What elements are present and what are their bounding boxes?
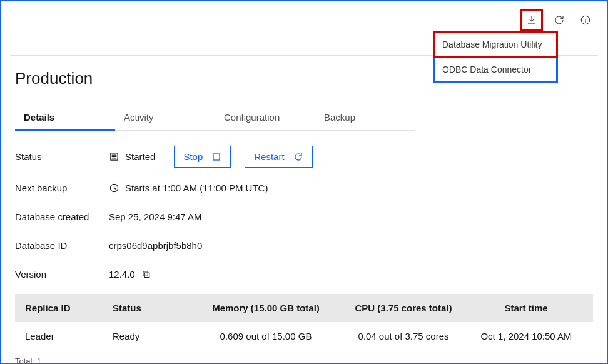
stop-button[interactable]: Stop (174, 146, 231, 168)
topbar (520, 9, 595, 31)
download-button[interactable] (520, 9, 543, 31)
th-status: Status (113, 303, 194, 313)
td-status: Ready (113, 331, 194, 341)
svg-rect-5 (213, 154, 220, 160)
db-id-value: crps06d9apbrjbf5b8h0 (109, 240, 202, 251)
db-id-label: Database ID (15, 240, 109, 251)
download-dropdown: Database Migration Utility ODBC Data Con… (433, 31, 558, 83)
restart-icon (293, 152, 303, 162)
tab-activity[interactable]: Activity (115, 106, 215, 130)
details-section: Status Started Stop Restart (15, 146, 593, 283)
svg-rect-7 (143, 271, 148, 276)
stop-icon (211, 152, 221, 162)
clock-icon (109, 183, 119, 193)
svg-rect-8 (144, 273, 149, 278)
version-value: 12.4.0 (109, 269, 135, 280)
info-button[interactable] (575, 10, 595, 30)
table-total: Total: 1 (15, 356, 593, 364)
version-label: Version (15, 269, 109, 280)
th-replica-id: Replica ID (25, 303, 113, 313)
db-created-value: Sep 25, 2024 9:47 AM (109, 211, 201, 222)
restart-button-label: Restart (254, 151, 284, 162)
restart-button[interactable]: Restart (245, 146, 312, 168)
row-status: Status Started Stop Restart (15, 146, 593, 168)
next-backup-label: Next backup (15, 183, 109, 193)
content-area: Production Details Activity Configuratio… (15, 69, 593, 354)
row-db-id: Database ID crps06d9apbrjbf5b8h0 (15, 236, 593, 254)
download-icon (526, 14, 537, 26)
row-version: Version 12.4.0 (15, 265, 593, 283)
td-memory: 0.609 out of 15.00 GB (194, 331, 338, 341)
tab-configuration[interactable]: Configuration (215, 106, 315, 130)
app-frame: Database Migration Utility ODBC Data Con… (0, 0, 608, 364)
refresh-icon (554, 14, 565, 26)
replica-table: Replica ID Status Memory (15.00 GB total… (15, 294, 593, 350)
th-start-time: Start time (469, 303, 583, 313)
info-icon (580, 14, 591, 26)
copy-icon[interactable] (141, 269, 151, 279)
status-label: Status (15, 151, 109, 162)
tab-bar: Details Activity Configuration Backup (15, 106, 415, 131)
status-icon (109, 152, 119, 162)
status-value: Started (125, 151, 155, 162)
next-backup-value: Starts at 1:00 AM (11:00 PM UTC) (125, 183, 268, 193)
dropdown-item-odbc-connector[interactable]: ODBC Data Connector (433, 58, 558, 83)
dropdown-item-db-migration[interactable]: Database Migration Utility (433, 31, 558, 58)
tab-backup[interactable]: Backup (315, 106, 415, 130)
td-replica-id: Leader (25, 331, 113, 341)
db-created-label: Database created (15, 211, 109, 222)
table-header: Replica ID Status Memory (15.00 GB total… (15, 294, 593, 322)
th-memory: Memory (15.00 GB total) (194, 303, 338, 313)
th-cpu: CPU (3.75 cores total) (338, 303, 469, 313)
row-db-created: Database created Sep 25, 2024 9:47 AM (15, 208, 593, 225)
td-start-time: Oct 1, 2024 10:50 AM (469, 331, 583, 341)
tab-details[interactable]: Details (15, 106, 115, 131)
table-row: Leader Ready 0.609 out of 15.00 GB 0.04 … (15, 322, 593, 350)
stop-button-label: Stop (183, 151, 203, 162)
td-cpu: 0.04 out of 3.75 cores (338, 331, 469, 341)
row-next-backup: Next backup Starts at 1:00 AM (11:00 PM … (15, 179, 593, 196)
refresh-button[interactable] (549, 10, 569, 30)
